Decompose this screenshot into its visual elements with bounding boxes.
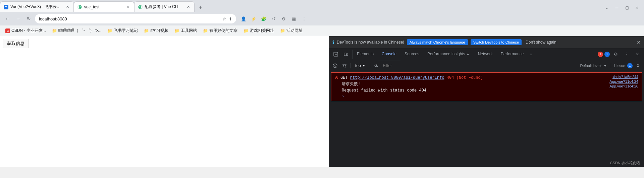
default-levels-button[interactable]: Default levels ▼ bbox=[578, 63, 609, 68]
svg-line-9 bbox=[334, 65, 336, 67]
bookmark-bilibili-label: 哔哩哔哩（ ゜- ゜）つ... bbox=[58, 28, 102, 34]
svg-rect-6 bbox=[344, 53, 346, 56]
forward-button[interactable]: → bbox=[13, 14, 23, 23]
bookmark-feishu-icon: 📁 bbox=[107, 28, 112, 33]
bookmark-it[interactable]: 📁 it学习视频 bbox=[141, 27, 171, 35]
bookmark-events[interactable]: 📁 活动网址 bbox=[277, 27, 305, 35]
console-error-entry: ⊗ GET http://localhost:8080/api/queryUse… bbox=[331, 72, 642, 101]
tab-close-vue-docs[interactable]: ✕ bbox=[65, 4, 70, 10]
extension-icon[interactable]: ⚡ bbox=[249, 14, 258, 23]
csdn-favicon: C bbox=[5, 28, 10, 33]
menu-button[interactable]: ⋮ bbox=[299, 14, 309, 23]
error-count-badge: 1 bbox=[598, 52, 603, 57]
bookmark-csdn[interactable]: C CSDN - 专业开发... bbox=[3, 27, 49, 35]
message-count-badge: 1 bbox=[604, 52, 610, 57]
tab-vue-cli[interactable]: 配置参考 | Vue CLI ✕ bbox=[134, 1, 195, 12]
sidebar-icon[interactable]: ▦ bbox=[289, 14, 299, 23]
address-icons: ☆ ⬆ bbox=[222, 16, 232, 21]
get-info-button[interactable]: 获取信息 bbox=[3, 39, 29, 48]
devtools-icon[interactable]: ⚙ bbox=[279, 14, 288, 23]
share-icon[interactable]: ⬆ bbox=[228, 16, 232, 21]
svg-marker-3 bbox=[139, 6, 141, 8]
close-window-button[interactable]: ✕ bbox=[633, 3, 641, 12]
tab-close-vue-test[interactable]: ✕ bbox=[125, 4, 130, 10]
tab-vue-test[interactable]: vue_test ✕ bbox=[74, 1, 134, 12]
bookmarks-bar: C CSDN - 专业开发... 📁 哔哩哔哩（ ゜- ゜）つ... 📁 飞书学… bbox=[0, 25, 644, 36]
error-expand-arrow[interactable]: › bbox=[340, 94, 607, 99]
device-toolbar-icon[interactable] bbox=[341, 50, 351, 59]
info-icon: ℹ bbox=[332, 40, 334, 45]
error-url-link[interactable]: http://localhost:8080/api/queryUserInfo bbox=[350, 75, 444, 80]
profile-icon[interactable]: 👤 bbox=[239, 14, 248, 23]
console-eye-icon[interactable] bbox=[372, 62, 380, 70]
address-text: localhost:8080 bbox=[39, 16, 67, 21]
always-match-language-button[interactable]: Always match Chrome's language bbox=[407, 39, 468, 45]
bookmark-games[interactable]: 📁 游戏相关网址 bbox=[241, 27, 277, 35]
tab-favicon-vue-cli bbox=[138, 5, 143, 9]
notification-text: DevTools is now available in Chinese! bbox=[337, 40, 404, 45]
tab-sources[interactable]: Sources bbox=[400, 48, 423, 60]
tab-label-vue-docs: Vue(Vue2+Vue3) - 飞书云文档 bbox=[10, 4, 63, 10]
reload-button[interactable]: ↻ bbox=[24, 14, 34, 23]
svg-point-11 bbox=[376, 65, 377, 66]
bookmark-star-icon[interactable]: ☆ bbox=[222, 16, 226, 21]
more-tabs-button[interactable]: » bbox=[528, 52, 534, 57]
tab-elements[interactable]: Elements bbox=[353, 48, 378, 60]
history-icon[interactable]: ↺ bbox=[269, 14, 278, 23]
bookmark-tools[interactable]: 📁 工具网站 bbox=[172, 27, 200, 35]
bookmark-games-label: 游戏相关网址 bbox=[250, 28, 274, 34]
context-selector[interactable]: top ▼ bbox=[353, 62, 368, 69]
toolbar-icons: 👤 ⚡ 🧩 ↺ ⚙ ▦ ⋮ bbox=[239, 14, 309, 23]
http-method: GET bbox=[340, 75, 350, 80]
devtools-panel: ℹ DevTools is now available in Chinese! … bbox=[329, 36, 644, 167]
console-filter-icon[interactable] bbox=[340, 62, 348, 70]
maximize-button[interactable]: ▢ bbox=[623, 3, 631, 12]
context-label: top bbox=[355, 63, 361, 68]
svg-marker-1 bbox=[79, 6, 81, 8]
bookmark-feishu-label: 飞书学习笔记 bbox=[114, 28, 138, 34]
bookmark-it-label: it学习视频 bbox=[150, 28, 168, 34]
notification-close-icon[interactable]: ✕ bbox=[637, 40, 641, 45]
levels-dropdown-icon: ▼ bbox=[603, 64, 607, 68]
tab-performance-insights[interactable]: Performance insights ▲ bbox=[423, 48, 474, 60]
bookmark-tools-icon: 📁 bbox=[174, 28, 179, 33]
filter-input[interactable] bbox=[382, 63, 577, 69]
bookmark-games-icon: 📁 bbox=[244, 28, 249, 33]
console-settings-button[interactable]: ⚙ bbox=[634, 62, 642, 70]
tab-end-controls: ⌄ ─ ▢ ✕ bbox=[602, 3, 644, 12]
minimize-button[interactable]: ─ bbox=[612, 3, 621, 12]
extensions-icon[interactable]: 🧩 bbox=[259, 14, 268, 23]
inspect-element-icon[interactable] bbox=[331, 50, 340, 59]
devtools-settings-icon[interactable]: ⚙ bbox=[611, 50, 621, 59]
console-clear-icon[interactable] bbox=[331, 62, 339, 70]
source-link-1[interactable]: xhr.js?1a5c:244 bbox=[612, 75, 638, 79]
devtools-more-icon[interactable]: ⋮ bbox=[622, 50, 631, 59]
bookmark-feishu[interactable]: 📁 飞书学习笔记 bbox=[105, 27, 141, 35]
new-tab-button[interactable]: + bbox=[196, 3, 205, 12]
error-content: GET http://localhost:8080/api/queryUserI… bbox=[340, 75, 607, 99]
switch-to-chinese-button[interactable]: Switch DevTools to Chinese bbox=[471, 39, 522, 45]
devtools-tab-end: 1 1 ⚙ ⋮ ✕ bbox=[598, 50, 644, 59]
address-input[interactable]: localhost:8080 ☆ ⬆ bbox=[35, 14, 236, 23]
tab-vue-docs[interactable]: V Vue(Vue2+Vue3) - 飞书云文档 ✕ bbox=[0, 1, 74, 12]
issue-badge-row: 1 Issue: 1 bbox=[613, 63, 633, 68]
devtools-tabs-bar: Elements Console Sources Performance ins… bbox=[329, 48, 644, 60]
source-link-2[interactable]: App.vue?11c4:24 bbox=[609, 79, 638, 83]
dont-show-again-button[interactable]: Don't show again bbox=[526, 40, 556, 45]
tab-search-button[interactable]: ⌄ bbox=[602, 3, 611, 12]
tab-console[interactable]: Console bbox=[378, 48, 400, 60]
source-link-3[interactable]: App.vue?11c4:26 bbox=[609, 84, 638, 88]
back-button[interactable]: ← bbox=[3, 14, 12, 23]
console-content: ⊗ GET http://localhost:8080/api/queryUse… bbox=[329, 71, 644, 167]
svg-rect-7 bbox=[346, 54, 348, 56]
tab-close-vue-cli[interactable]: ✕ bbox=[185, 4, 191, 10]
levels-label: Default levels bbox=[580, 64, 602, 68]
footer-text: CSDN @小花皮猪 bbox=[610, 161, 640, 165]
bookmark-articles[interactable]: 📁 有用好使的文章 bbox=[200, 27, 240, 35]
devtools-close-icon[interactable]: ✕ bbox=[633, 50, 642, 59]
bookmark-bilibili[interactable]: 📁 哔哩哔哩（ ゜- ゜）つ... bbox=[49, 27, 104, 35]
tab-performance[interactable]: Performance bbox=[497, 48, 528, 60]
performance-insights-icon: ▲ bbox=[466, 52, 470, 56]
address-bar: ← → ↻ localhost:8080 ☆ ⬆ 👤 ⚡ 🧩 ↺ ⚙ ▦ ⋮ bbox=[0, 12, 644, 25]
tab-network[interactable]: Network bbox=[474, 48, 497, 60]
